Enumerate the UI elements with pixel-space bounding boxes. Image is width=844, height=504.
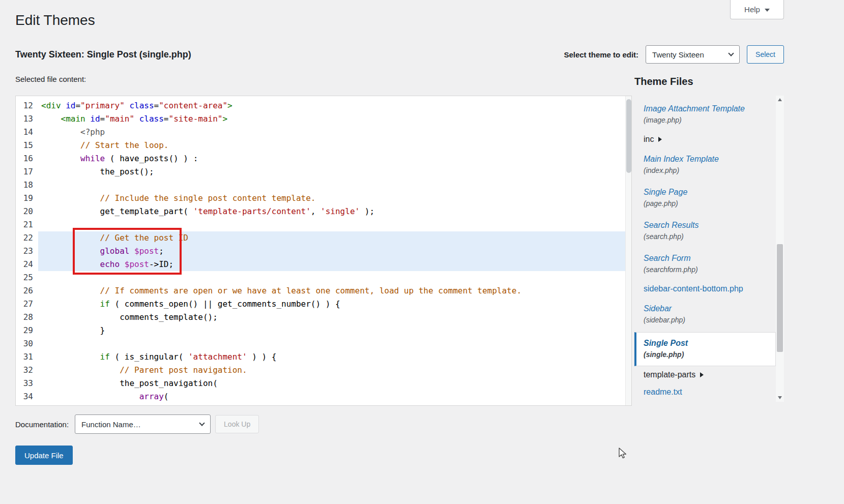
- line-number: 34: [16, 390, 33, 403]
- code-token: ;: [159, 246, 164, 256]
- current-file-title: Twenty Sixteen: Single Post (single.php): [15, 49, 191, 60]
- theme-file-single-page[interactable]: Single Page(page.php): [634, 183, 776, 214]
- theme-file-template-parts[interactable]: template-parts: [634, 366, 776, 383]
- theme-file-label[interactable]: Image Attachment Template: [644, 104, 773, 114]
- line-number: 17: [16, 165, 33, 179]
- line-number: 15: [16, 139, 33, 152]
- code-line-29[interactable]: }: [41, 324, 631, 337]
- theme-file-single-post[interactable]: Single Post(single.php): [634, 332, 776, 366]
- code-lines[interactable]: <div id="primary" class="content-area"> …: [38, 96, 631, 405]
- code-line-17[interactable]: the_post();: [41, 165, 631, 179]
- code-token: [61, 101, 66, 110]
- code-token: =: [164, 114, 169, 124]
- theme-file-main-index-template[interactable]: Main Index Template(index.php): [634, 150, 776, 181]
- theme-file-filename: (image.php): [644, 115, 773, 125]
- line-number: 16: [16, 152, 33, 165]
- code-token: "main": [105, 114, 134, 124]
- editor-scrollbar-thumb[interactable]: [626, 99, 631, 173]
- code-line-24[interactable]: echo $post->ID;: [38, 258, 631, 271]
- chevron-down-icon: [728, 50, 734, 56]
- theme-dropdown[interactable]: Twenty Sixteen: [646, 45, 740, 64]
- theme-file-label[interactable]: sidebar-content-bottom.php: [644, 284, 773, 294]
- theme-file-search-form[interactable]: Search Form(searchform.php): [634, 249, 776, 280]
- theme-file-search-results[interactable]: Search Results(search.php): [634, 216, 776, 247]
- code-line-35[interactable]: 'prev_text' => _x( '<span class="meta-na…: [41, 403, 631, 405]
- theme-file-filename: (index.php): [644, 166, 773, 175]
- code-token: id: [66, 101, 75, 110]
- theme-file-label[interactable]: Main Index Template: [644, 154, 773, 164]
- help-button[interactable]: Help: [730, 0, 784, 19]
- update-file-button[interactable]: Update File: [15, 446, 73, 465]
- code-token: $post: [125, 259, 149, 269]
- help-label: Help: [744, 5, 760, 14]
- code-line-26[interactable]: // If comments are open or we have at le…: [41, 284, 631, 298]
- code-line-22[interactable]: // Get the post ID: [38, 231, 631, 245]
- theme-file-label[interactable]: inc: [644, 134, 773, 144]
- code-line-34[interactable]: array(: [41, 390, 631, 403]
- code-line-13[interactable]: <main id="main" class="site-main">: [41, 112, 631, 126]
- code-line-23[interactable]: global $post;: [38, 245, 631, 258]
- code-token: 'attachment': [188, 352, 247, 362]
- theme-file-label[interactable]: Search Results: [644, 220, 773, 230]
- code-token: [41, 246, 100, 256]
- line-number: 23: [16, 245, 33, 258]
- theme-file-label[interactable]: readme.txt: [644, 387, 773, 397]
- code-line-16[interactable]: while ( have_posts() ) :: [41, 152, 631, 165]
- code-token: [41, 286, 100, 295]
- theme-file-inc[interactable]: inc: [634, 131, 776, 148]
- theme-select-label: Select theme to edit:: [564, 50, 638, 59]
- code-token: [41, 127, 80, 137]
- help-dropdown-arrow-icon: [765, 9, 770, 12]
- theme-file-label[interactable]: template-parts: [644, 370, 773, 380]
- editor-scrollbar[interactable]: [625, 96, 631, 405]
- code-token: // Get the post ID: [100, 233, 188, 243]
- code-editor[interactable]: 1213141516171819202122232425262728293031…: [15, 96, 632, 406]
- code-line-19[interactable]: // Include the single post content templ…: [41, 192, 631, 205]
- code-line-18[interactable]: [41, 179, 631, 192]
- code-token: }: [41, 325, 105, 335]
- theme-files-scrollbar[interactable]: [776, 96, 784, 402]
- theme-files-scrollbar-thumb[interactable]: [777, 244, 783, 352]
- theme-file-label[interactable]: Single Post: [644, 338, 772, 348]
- code-line-21[interactable]: [41, 218, 631, 231]
- code-token: ,: [311, 206, 321, 216]
- code-line-12[interactable]: <div id="primary" class="content-area">: [41, 99, 631, 112]
- editor-column: Selected file content: 12131415161718192…: [15, 74, 632, 406]
- line-number: 32: [16, 364, 33, 377]
- code-line-30[interactable]: [41, 337, 631, 350]
- code-line-31[interactable]: if ( is_singular( 'attachment' ) ) {: [41, 350, 631, 364]
- code-line-14[interactable]: <?php: [41, 126, 631, 139]
- code-line-28[interactable]: comments_template();: [41, 311, 631, 324]
- code-token: <div: [41, 101, 61, 110]
- function-name-dropdown-value: Function Name…: [81, 420, 141, 429]
- theme-file-sidebar-content-bottom-php[interactable]: sidebar-content-bottom.php: [634, 280, 776, 298]
- scrollbar-up-arrow-icon[interactable]: [776, 96, 784, 104]
- theme-file-readme-txt[interactable]: readme.txt: [634, 383, 776, 401]
- theme-file-filename: (single.php): [644, 350, 772, 359]
- code-token: =: [154, 101, 159, 110]
- code-line-32[interactable]: // Parent post navigation.: [41, 364, 631, 377]
- code-token: [41, 193, 100, 203]
- theme-files-panel: Theme Files Image Attachment Template(im…: [634, 74, 784, 406]
- code-token: $post: [134, 246, 159, 256]
- select-theme-button[interactable]: Select: [747, 45, 784, 64]
- theme-file-sidebar[interactable]: Sidebar(sidebar.php): [634, 299, 776, 331]
- theme-file-label[interactable]: Search Form: [644, 253, 773, 263]
- code-token: "primary": [80, 101, 125, 110]
- documentation-label: Documentation:: [15, 420, 69, 429]
- lookup-button[interactable]: Look Up: [215, 415, 259, 433]
- line-number: 12: [16, 99, 33, 112]
- code-line-15[interactable]: // Start the loop.: [41, 139, 631, 152]
- theme-file-label[interactable]: Single Page: [644, 187, 773, 197]
- code-line-33[interactable]: the_post_navigation(: [41, 377, 631, 390]
- theme-file-label[interactable]: Sidebar: [644, 304, 773, 314]
- update-row: Update File: [15, 446, 784, 465]
- line-number: 14: [16, 126, 33, 139]
- code-line-25[interactable]: [41, 271, 631, 284]
- function-name-dropdown[interactable]: Function Name…: [75, 414, 211, 434]
- code-line-27[interactable]: if ( comments_open() || get_comments_num…: [41, 298, 631, 311]
- scrollbar-down-arrow-icon[interactable]: [776, 394, 784, 402]
- theme-file-filename: (sidebar.php): [644, 315, 773, 324]
- code-line-20[interactable]: get_template_part( 'template-parts/conte…: [41, 205, 631, 218]
- theme-file-image-attachment-template[interactable]: Image Attachment Template(image.php): [634, 99, 776, 131]
